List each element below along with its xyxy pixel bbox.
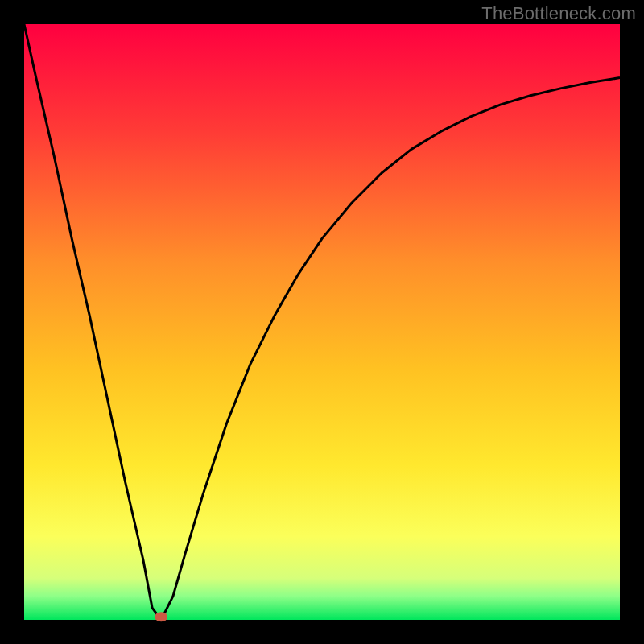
plot-background xyxy=(24,24,620,620)
axis-right xyxy=(620,0,644,644)
axis-bottom xyxy=(0,620,644,644)
optimal-point-marker xyxy=(155,612,167,621)
chart-container: TheBottleneck.com xyxy=(0,0,644,644)
axis-left xyxy=(0,0,24,644)
bottleneck-chart xyxy=(0,0,644,644)
watermark-text: TheBottleneck.com xyxy=(481,3,636,24)
